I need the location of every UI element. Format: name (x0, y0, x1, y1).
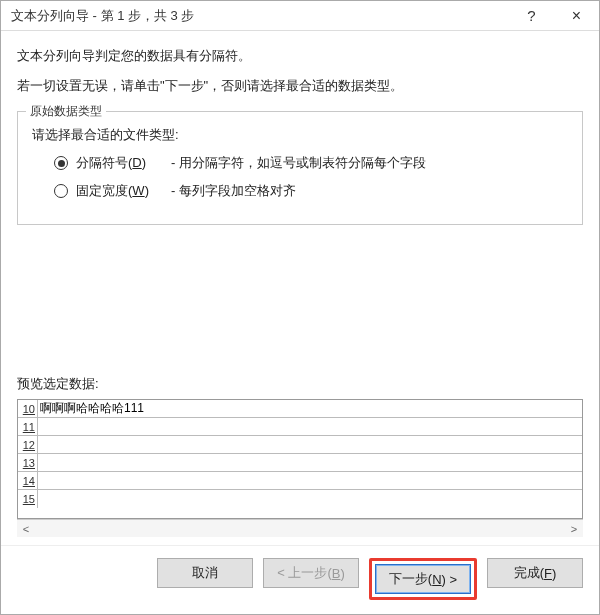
scroll-right-icon[interactable]: > (565, 523, 583, 535)
preview-row: 11 (18, 418, 582, 436)
preview-label: 预览选定数据: (17, 375, 583, 393)
row-number: 11 (18, 418, 38, 435)
row-number: 12 (18, 436, 38, 453)
scroll-left-icon[interactable]: < (17, 523, 35, 535)
preview-rows: 10 啊啊啊哈哈哈哈111 11 12 13 14 (18, 400, 582, 518)
button-row: 取消 < 上一步(B) 下一步(N) > 完成(F) (1, 545, 599, 614)
row-data (38, 436, 582, 453)
preview-row: 10 啊啊啊哈哈哈哈111 (18, 400, 582, 418)
back-button[interactable]: < 上一步(B) (263, 558, 359, 588)
dialog-content: 文本分列向导判定您的数据具有分隔符。 若一切设置无误，请单击"下一步"，否则请选… (1, 31, 599, 545)
intro-text: 文本分列向导判定您的数据具有分隔符。 (17, 47, 583, 65)
dialog-title: 文本分列向导 - 第 1 步，共 3 步 (11, 7, 509, 25)
row-number: 13 (18, 454, 38, 471)
cancel-button[interactable]: 取消 (157, 558, 253, 588)
radio-label: 分隔符号(D) (76, 154, 171, 172)
preview-box: 10 啊啊啊哈哈哈哈111 11 12 13 14 (17, 399, 583, 519)
row-data (38, 418, 582, 435)
radio-label: 固定宽度(W) (76, 182, 171, 200)
preview-row: 14 (18, 472, 582, 490)
help-button[interactable]: ? (509, 1, 554, 31)
preview-row: 15 (18, 490, 582, 508)
instruction-text: 若一切设置无误，请单击"下一步"，否则请选择最合适的数据类型。 (17, 77, 583, 95)
original-data-type-group: 原始数据类型 请选择最合适的文件类型: 分隔符号(D) - 用分隔字符，如逗号或… (17, 111, 583, 225)
titlebar: 文本分列向导 - 第 1 步，共 3 步 ? × (1, 1, 599, 31)
next-button-highlight: 下一步(N) > (369, 558, 477, 600)
radio-icon (54, 184, 68, 198)
group-legend: 原始数据类型 (26, 103, 106, 120)
row-data (38, 472, 582, 489)
preview-row: 12 (18, 436, 582, 454)
next-button[interactable]: 下一步(N) > (375, 564, 471, 594)
radio-desc: - 用分隔字符，如逗号或制表符分隔每个字段 (171, 154, 426, 172)
close-button[interactable]: × (554, 1, 599, 31)
radio-desc: - 每列字段加空格对齐 (171, 182, 296, 200)
row-data (38, 454, 582, 471)
text-to-columns-wizard-dialog: 文本分列向导 - 第 1 步，共 3 步 ? × 文本分列向导判定您的数据具有分… (0, 0, 600, 615)
radio-icon (54, 156, 68, 170)
row-number: 14 (18, 472, 38, 489)
group-prompt: 请选择最合适的文件类型: (32, 126, 568, 144)
row-data (38, 490, 582, 508)
radio-delimited[interactable]: 分隔符号(D) - 用分隔字符，如逗号或制表符分隔每个字段 (54, 154, 568, 172)
row-data: 啊啊啊哈哈哈哈111 (38, 400, 582, 417)
preview-row: 13 (18, 454, 582, 472)
row-number: 10 (18, 400, 38, 417)
preview-scrollbar[interactable]: < > (17, 519, 583, 537)
radio-fixed-width[interactable]: 固定宽度(W) - 每列字段加空格对齐 (54, 182, 568, 200)
row-number: 15 (18, 490, 38, 508)
finish-button[interactable]: 完成(F) (487, 558, 583, 588)
